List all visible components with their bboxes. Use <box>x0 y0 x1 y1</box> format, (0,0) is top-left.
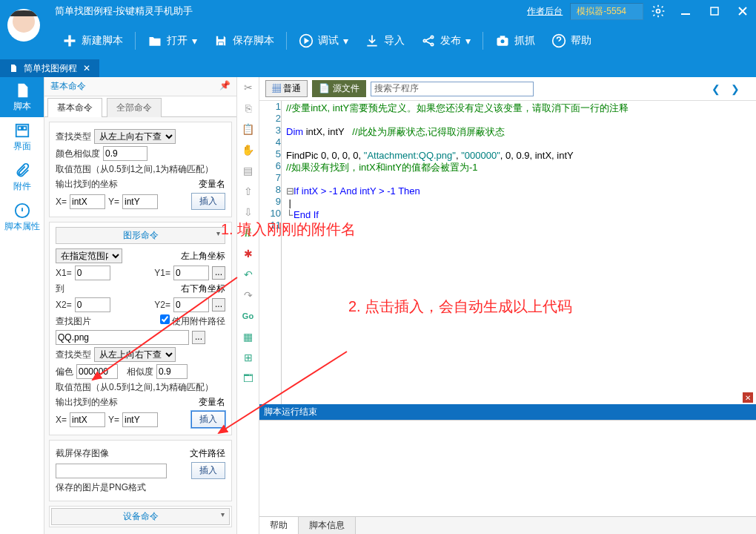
svg-point-7 <box>431 36 433 38</box>
use-attach-checkbox[interactable] <box>160 314 170 324</box>
grid-icon[interactable]: ⊞ <box>241 350 256 365</box>
section-device-header[interactable]: 设备命令 <box>51 508 230 525</box>
sim-input[interactable] <box>156 364 188 379</box>
pick-br-button[interactable]: ... <box>212 298 225 312</box>
settings-icon[interactable] <box>645 1 672 22</box>
search-subroutine-input[interactable] <box>371 82 534 96</box>
view-normal-tab[interactable]: ▦ 普通 <box>265 80 308 97</box>
svg-rect-14 <box>18 126 21 130</box>
tool-icon[interactable]: ✂ <box>241 80 256 95</box>
paste-icon[interactable]: 📋 <box>241 122 256 136</box>
publish-button[interactable]: 发布 ▾ <box>414 29 478 53</box>
x2-input[interactable] <box>75 297 110 312</box>
subtab-all[interactable]: 全部命令 <box>107 98 162 117</box>
doc-icon[interactable]: ▤ <box>241 163 256 178</box>
panel-title: 基本命令 <box>50 80 86 93</box>
image-name-input[interactable] <box>56 330 189 345</box>
svg-rect-4 <box>64 39 76 42</box>
svg-point-8 <box>431 43 433 45</box>
search-type-select-2[interactable]: 从左上向右下查找 <box>94 347 176 362</box>
close-results-icon[interactable]: ✕ <box>743 392 753 403</box>
insert-button-1[interactable]: 插入 <box>191 193 225 210</box>
svg-rect-15 <box>22 126 26 130</box>
capture-button[interactable]: 抓抓 <box>488 29 543 53</box>
search-type-select[interactable]: 从左上向右下查找 <box>94 129 176 144</box>
x1-input[interactable] <box>75 266 110 280</box>
svg-point-0 <box>657 10 660 13</box>
up-icon[interactable]: ⇧ <box>241 184 256 199</box>
go-icon[interactable]: Go <box>241 309 256 323</box>
results-tab-info[interactable]: 脚本信息 <box>299 517 356 534</box>
y-var-input-2[interactable] <box>122 412 158 427</box>
import-button[interactable]: 导入 <box>357 29 412 53</box>
close-button[interactable] <box>729 1 756 22</box>
maximize-button[interactable] <box>701 1 728 22</box>
insert-button-3[interactable]: 插入 <box>191 462 225 479</box>
play-icon[interactable]: 🗔 <box>241 371 256 386</box>
y-var-input[interactable] <box>122 194 158 209</box>
x-var-input[interactable] <box>70 194 105 209</box>
redo-icon[interactable]: ↷ <box>241 288 256 303</box>
svg-rect-11 <box>500 36 505 38</box>
svg-point-10 <box>501 39 505 43</box>
leftnav-props[interactable]: 脚本属性 <box>0 197 44 237</box>
screenshot-path-input[interactable] <box>56 464 167 478</box>
close-tab-icon[interactable]: ✕ <box>83 63 90 73</box>
file-icon <box>9 64 18 73</box>
window-title: 简单找图例程-按键精灵手机助手 <box>55 4 193 18</box>
view-source-tab[interactable]: 📄 源文件 <box>312 80 365 97</box>
bug-icon[interactable]: ✱ <box>241 246 256 261</box>
code-editor[interactable]: //变量intX, intY需要预先定义。如果您还没有定义该变量，请取消下面一行… <box>282 101 633 404</box>
file-tab[interactable]: 简单找图例程 ✕ <box>0 59 99 77</box>
bias-input[interactable] <box>76 364 118 379</box>
svg-rect-2 <box>711 7 718 15</box>
insert-button-2[interactable]: 插入 <box>191 411 225 428</box>
comment-icon[interactable]: // <box>241 225 256 240</box>
undo-icon[interactable]: ↶ <box>241 267 256 282</box>
section-graphics-header[interactable]: 图形命令 <box>56 227 225 244</box>
svg-point-6 <box>423 39 425 42</box>
subtab-basic[interactable]: 基本命令 <box>47 98 102 117</box>
browse-img-button[interactable]: ... <box>192 331 205 344</box>
nav-next-icon[interactable]: ❯ <box>731 83 740 95</box>
help-button[interactable]: 帮助 <box>544 29 599 53</box>
y1-input[interactable] <box>173 266 209 280</box>
avatar[interactable] <box>7 9 40 42</box>
nav-prev-icon[interactable]: ❮ <box>712 83 720 95</box>
author-link[interactable]: 作者后台 <box>521 2 568 21</box>
leftnav-ui[interactable]: 界面 <box>0 117 44 157</box>
emulator-selector[interactable]: 模拟器-5554 <box>570 3 643 20</box>
results-body <box>259 420 756 516</box>
panel-pin-icon[interactable]: 📌 <box>219 80 231 93</box>
down-icon[interactable]: ⇩ <box>241 205 256 220</box>
results-tab-help[interactable]: 帮助 <box>259 517 299 534</box>
hand-icon[interactable]: ✋ <box>241 142 256 157</box>
color-sim-input[interactable] <box>103 146 147 161</box>
leftnav-script[interactable]: 脚本 <box>0 77 44 117</box>
stack-icon[interactable]: ▦ <box>241 329 256 344</box>
copy-icon[interactable]: ⎘ <box>241 101 256 116</box>
debug-button[interactable]: 调试 ▾ <box>291 29 356 53</box>
new-script-button[interactable]: 新建脚本 <box>55 29 130 53</box>
pick-tl-button[interactable]: ... <box>212 266 225 280</box>
y2-input[interactable] <box>173 297 209 312</box>
save-button[interactable]: 保存脚本 <box>206 29 282 53</box>
leftnav-attach[interactable]: 附件 <box>0 157 44 197</box>
x-var-input-2[interactable] <box>70 412 105 427</box>
results-title: 脚本运行结束 <box>259 404 756 420</box>
line-gutter: 1234567891011 <box>259 101 282 404</box>
range-select[interactable]: 在指定范围内 <box>56 248 122 263</box>
minimize-button[interactable] <box>673 1 700 22</box>
open-button[interactable]: 打开 ▾ <box>140 29 205 53</box>
svg-rect-1 <box>681 13 690 15</box>
